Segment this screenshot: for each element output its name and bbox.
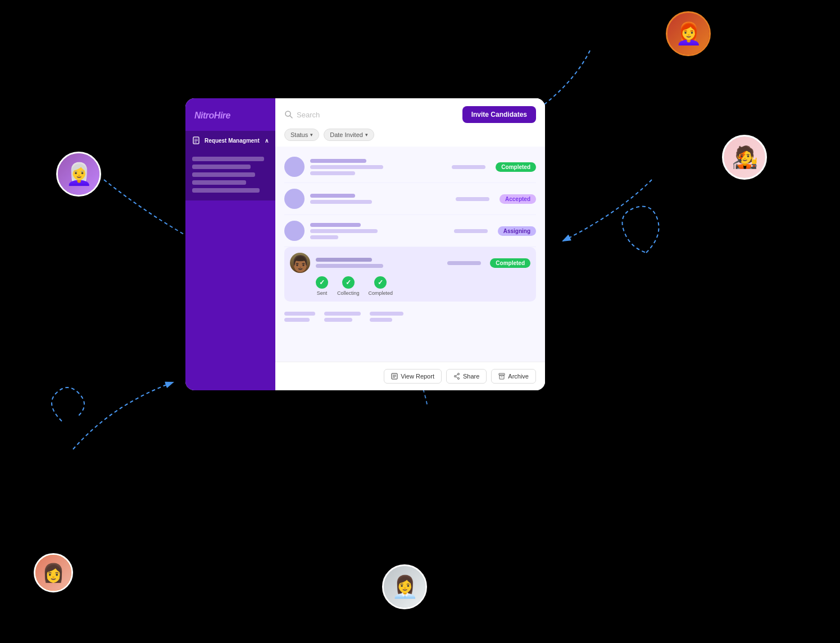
topbar: Search Invite Candidates Status ▾ Date I…	[275, 98, 545, 147]
table-row[interactable]	[284, 305, 536, 329]
skeleton-date	[454, 229, 488, 233]
report-icon	[391, 373, 398, 380]
app-logo: NitroHire	[185, 98, 275, 131]
skeleton-detail	[316, 264, 383, 268]
candidates-list: Completed Accepted	[275, 147, 545, 362]
search-box[interactable]: Search	[284, 110, 320, 119]
search-icon	[284, 110, 293, 119]
list-item	[192, 172, 255, 177]
bottom-actions: View Report Share Archive	[275, 362, 545, 390]
check-icon: ✓	[342, 276, 355, 289]
skeleton-date	[452, 165, 485, 169]
sidebar-menu-items	[185, 150, 275, 200]
avatar-right: 🧑‍🎤	[722, 135, 767, 180]
table-row[interactable]: Assigning	[284, 215, 536, 247]
skeleton-block	[370, 312, 403, 322]
svg-rect-16	[499, 373, 505, 375]
candidate-info	[310, 159, 442, 175]
archive-button[interactable]: Archive	[491, 369, 536, 384]
app-window: NitroHire Request Managment ∧	[185, 98, 545, 390]
document-icon	[192, 136, 200, 144]
invite-candidates-button[interactable]: Invite Candidates	[462, 106, 536, 123]
table-row[interactable]: 👨🏾 Completed ✓ Sent ✓	[284, 247, 536, 302]
candidate-info	[316, 258, 438, 268]
archive-icon	[498, 373, 505, 380]
main-content: Search Invite Candidates Status ▾ Date I…	[275, 98, 545, 390]
list-item	[192, 165, 251, 169]
step-collecting: ✓ Collecting	[337, 276, 360, 296]
skeleton-date	[447, 261, 481, 265]
skeleton-name	[310, 194, 355, 198]
sidebar-nav: Request Managment ∧	[185, 131, 275, 390]
share-button[interactable]: Share	[446, 369, 487, 384]
avatar-bottom-left: 👩	[34, 553, 73, 592]
search-row: Search Invite Candidates	[284, 106, 536, 123]
check-icon: ✓	[374, 276, 387, 289]
view-report-button[interactable]: View Report	[384, 369, 442, 384]
avatar-bottom-center: 👩‍💼	[382, 564, 427, 609]
avatar-left: 👩‍🦳	[56, 152, 101, 197]
status-badge: Assigning	[498, 226, 536, 236]
sidebar-section-request-management[interactable]: Request Managment ∧	[185, 131, 275, 200]
table-row[interactable]: Completed	[284, 151, 536, 183]
status-badge: Completed	[490, 258, 530, 268]
avatar	[284, 189, 305, 209]
share-icon	[453, 373, 460, 380]
progress-steps: ✓ Sent ✓ Collecting ✓ Completed	[290, 273, 530, 296]
chevron-down-icon: ▾	[310, 132, 313, 138]
svg-line-15	[456, 377, 457, 378]
sidebar: NitroHire Request Managment ∧	[185, 98, 275, 390]
skeleton-name	[310, 223, 361, 227]
skeleton-detail	[310, 235, 338, 239]
avatar-top-right: 👩‍🦰	[666, 11, 711, 56]
status-filter[interactable]: Status ▾	[284, 129, 319, 141]
skeleton-date	[456, 197, 489, 201]
list-item	[192, 180, 246, 185]
svg-rect-17	[500, 375, 504, 379]
skeleton-detail	[310, 200, 372, 204]
svg-line-14	[456, 375, 457, 376]
list-item	[192, 188, 260, 193]
table-row[interactable]: Accepted	[284, 183, 536, 215]
check-icon: ✓	[316, 276, 328, 289]
svg-point-13	[454, 376, 456, 377]
status-badge: Completed	[496, 162, 536, 172]
skeleton-detail	[310, 229, 378, 233]
chevron-up-icon: ∧	[265, 138, 269, 144]
skeleton-detail	[310, 171, 355, 175]
chevron-down-icon: ▾	[365, 132, 368, 138]
date-invited-filter[interactable]: Date Invited ▾	[324, 129, 374, 141]
avatar: 👨🏾	[290, 253, 310, 273]
step-sent: ✓ Sent	[316, 276, 328, 296]
skeleton-name	[316, 258, 372, 262]
avatar	[284, 157, 305, 177]
sidebar-section-header: Request Managment ∧	[185, 131, 275, 150]
svg-line-6	[290, 116, 292, 118]
status-badge: Accepted	[500, 194, 536, 204]
list-item	[192, 157, 264, 161]
avatar	[284, 221, 305, 241]
step-completed: ✓ Completed	[369, 276, 393, 296]
skeleton-block	[324, 312, 361, 322]
skeleton-detail	[310, 165, 383, 169]
svg-point-12	[457, 378, 459, 380]
candidate-info	[310, 223, 444, 239]
svg-point-11	[457, 373, 459, 375]
skeleton-name	[310, 159, 366, 163]
skeleton-block	[284, 312, 315, 322]
candidate-info	[310, 194, 446, 204]
filter-row: Status ▾ Date Invited ▾	[284, 129, 536, 147]
